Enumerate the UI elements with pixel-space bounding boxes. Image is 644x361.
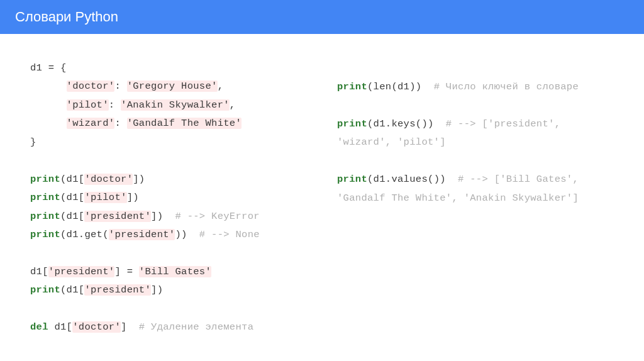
slide-content: d1 = { 'doctor': 'Gregory House', 'pilot… — [0, 34, 644, 337]
code-keyword: print — [337, 118, 367, 130]
code-string: 'wizard' — [67, 118, 115, 129]
code-text: , — [230, 99, 236, 111]
code-string: 'pilot' — [84, 192, 126, 203]
code-text: (d1.get( — [60, 229, 109, 240]
slide-title: Словари Python — [15, 9, 118, 25]
code-string: 'Gandalf The White' — [127, 118, 242, 129]
code-keyword: print — [30, 174, 60, 185]
code-string: 'doctor' — [67, 81, 115, 92]
code-text: ]) — [127, 192, 139, 203]
code-comment: # --> None — [199, 229, 260, 240]
code-text: (d1[ — [60, 284, 84, 296]
code-string: 'president' — [48, 266, 115, 277]
code-comment: # Число ключей в словаре — [434, 81, 579, 92]
code-text: (len(d1)) — [367, 81, 434, 92]
code-string: 'president' — [84, 284, 151, 296]
code-keyword: del — [30, 321, 48, 333]
code-column-right: print(len(d1)) # Число ключей в словаре … — [337, 59, 619, 337]
code-keyword: print — [30, 284, 60, 296]
code-string: 'Gregory House' — [127, 81, 218, 92]
code-line: } — [30, 136, 36, 148]
code-keyword: print — [30, 229, 60, 240]
indent — [30, 99, 67, 111]
code-text: (d1[ — [60, 192, 84, 203]
code-comment: # Удаление элемента — [139, 321, 253, 333]
code-string: 'Anakin Skywalker' — [121, 99, 230, 111]
code-text: ]) — [133, 174, 145, 185]
code-keyword: print — [30, 211, 60, 222]
code-text: d1[ — [30, 266, 48, 277]
code-string: 'president' — [109, 229, 175, 240]
code-keyword: print — [337, 174, 367, 185]
code-string: 'pilot' — [67, 99, 109, 111]
code-text: ]) — [151, 211, 175, 222]
indent — [30, 81, 67, 92]
code-block-left: d1 = { 'doctor': 'Gregory House', 'pilot… — [30, 59, 307, 337]
code-text: (d1.keys()) — [367, 118, 446, 130]
code-string: 'president' — [84, 211, 151, 222]
code-text: , — [218, 81, 224, 92]
indent — [30, 118, 67, 129]
code-string: 'Bill Gates' — [139, 266, 211, 277]
code-string: 'doctor' — [72, 321, 121, 333]
code-text: : — [109, 99, 121, 111]
code-text: (d1[ — [60, 211, 84, 222]
code-text: )) — [175, 229, 199, 240]
code-text: ]) — [151, 284, 163, 296]
code-column-left: d1 = { 'doctor': 'Gregory House', 'pilot… — [30, 59, 307, 337]
code-text: : — [114, 118, 126, 129]
code-text: (d1[ — [60, 174, 84, 185]
code-keyword: print — [337, 81, 367, 92]
code-text: ] — [121, 321, 139, 333]
code-comment: # --> KeyError — [175, 211, 259, 222]
code-text: d1[ — [48, 321, 72, 333]
code-line: d1 = { — [30, 62, 67, 74]
code-text: (d1.values()) — [367, 174, 458, 185]
code-keyword: print — [30, 192, 60, 203]
code-text: : — [114, 81, 126, 92]
code-string: 'doctor' — [84, 174, 133, 185]
slide-header: Словари Python — [0, 0, 644, 34]
code-block-right: print(len(d1)) # Число ключей в словаре … — [337, 78, 619, 208]
code-text: ] = — [114, 266, 138, 277]
